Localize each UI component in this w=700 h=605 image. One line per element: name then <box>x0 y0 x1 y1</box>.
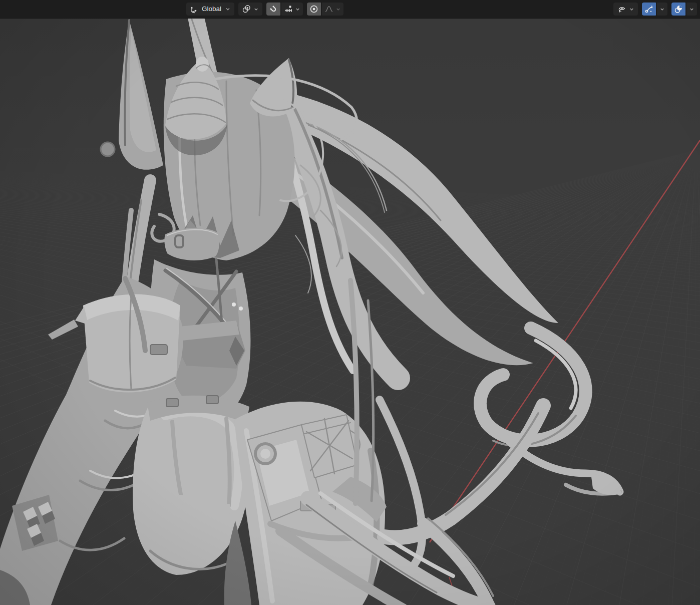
proportional-falloff-dropdown[interactable] <box>322 3 343 16</box>
show-object-types-icon <box>617 5 626 14</box>
headphone-disc <box>101 142 115 156</box>
overlays-icon <box>674 5 683 14</box>
snap-magnet-icon <box>269 5 278 14</box>
transform-orientation-label: Global <box>201 3 222 16</box>
transform-orientation-icon <box>190 5 198 14</box>
choker <box>164 228 219 260</box>
gizmos-toggle[interactable] <box>642 3 656 16</box>
snap-settings-dropdown[interactable] <box>281 3 303 16</box>
chevron-down-icon <box>629 7 634 12</box>
transform-orientation-dropdown[interactable]: Global <box>186 3 234 16</box>
smooth-falloff-icon <box>324 5 333 14</box>
chevron-down-icon <box>659 7 665 12</box>
show-object-types-dropdown[interactable] <box>613 3 638 16</box>
proportional-editing-icon <box>309 5 318 14</box>
gizmos-dropdown[interactable] <box>657 3 667 16</box>
chevron-down-icon <box>689 7 694 12</box>
pivot-point-icon <box>242 5 251 14</box>
viewport-header: Global <box>0 0 700 19</box>
overlays-controls <box>671 3 697 16</box>
chevron-down-icon <box>295 7 300 12</box>
gizmos-controls <box>642 3 667 16</box>
snap-controls <box>266 3 303 16</box>
transform-pivot-dropdown[interactable] <box>238 3 262 16</box>
gizmos-icon <box>644 5 653 14</box>
chevron-down-icon <box>253 7 259 12</box>
proportional-editing-toggle[interactable] <box>307 3 321 16</box>
snap-increment-icon <box>284 5 293 14</box>
overlays-toggle[interactable] <box>671 3 685 16</box>
blender-window: Global <box>0 0 700 605</box>
chevron-down-icon <box>335 7 341 12</box>
snap-toggle[interactable] <box>266 3 280 16</box>
chevron-down-icon <box>225 6 231 12</box>
overlays-dropdown[interactable] <box>686 3 697 16</box>
proportional-editing-controls <box>307 3 343 16</box>
viewport-3d[interactable] <box>0 0 700 605</box>
